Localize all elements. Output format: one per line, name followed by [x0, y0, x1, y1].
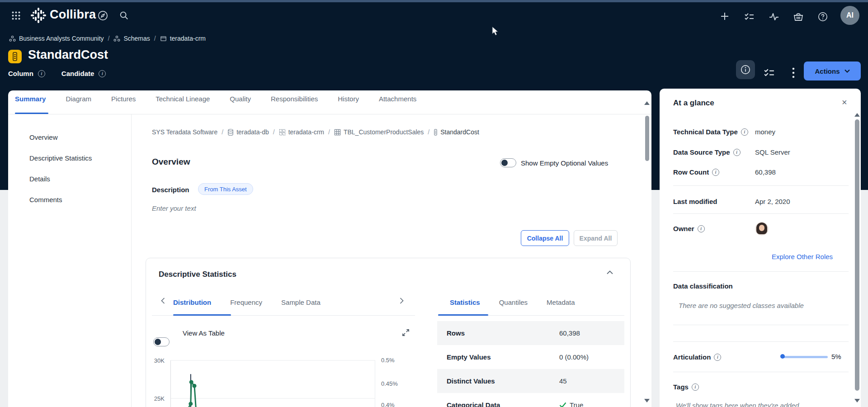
- sidebar-item-details[interactable]: Details: [29, 175, 50, 183]
- column-asset-icon: [8, 50, 22, 63]
- table-row: Empty Values 0 (0.00%): [437, 345, 624, 369]
- table-crumb[interactable]: TBL_CustomerProductSales: [334, 128, 424, 136]
- description-label: Description: [152, 186, 189, 194]
- distribution-chart-svg: [170, 344, 375, 407]
- panel-scrollbar-thumb[interactable]: [855, 119, 859, 391]
- shopping-basket-icon[interactable]: [793, 12, 803, 21]
- y2-axis-tick-045: 0.45%: [381, 380, 398, 387]
- carousel-right-chevron-icon[interactable]: [400, 298, 404, 304]
- schema-icon: [279, 129, 286, 136]
- info-icon[interactable]: i: [714, 354, 721, 361]
- tab-quantiles[interactable]: Quantiles: [499, 298, 528, 306]
- data-classification-empty-text: There are no suggested classes available: [679, 302, 804, 309]
- distribution-underline: [173, 314, 231, 316]
- user-avatar[interactable]: AI: [840, 6, 859, 25]
- tab-technical-lineage[interactable]: Technical Lineage: [156, 95, 210, 109]
- expand-chart-icon[interactable]: [402, 329, 410, 336]
- search-icon[interactable]: [119, 10, 129, 20]
- status-info-icon[interactable]: i: [99, 70, 106, 77]
- asset-tab-bar: Summary Diagram Pictures Technical Linea…: [15, 95, 416, 109]
- tab-pictures[interactable]: Pictures: [111, 95, 136, 109]
- tab-frequency[interactable]: Frequency: [230, 298, 262, 306]
- glance-info-button[interactable]: [736, 60, 755, 79]
- sidebar-item-overview[interactable]: Overview: [29, 133, 58, 141]
- column-crumb[interactable]: StandardCost: [434, 128, 479, 136]
- apps-grid-icon[interactable]: [12, 11, 20, 20]
- divider: [673, 325, 849, 325]
- system-crumb[interactable]: SYS Teradata Software: [152, 128, 217, 136]
- tab-metadata[interactable]: Metadata: [547, 298, 575, 306]
- data-source-type-value: SQL Server: [755, 148, 790, 156]
- collibra-logo-mark[interactable]: [30, 7, 47, 24]
- breadcrumb: Business Analysts Community / Schemas / …: [9, 35, 206, 42]
- content-scrollbar-thumb[interactable]: [645, 116, 649, 161]
- schema-crumb[interactable]: teradata-crm: [279, 128, 324, 136]
- show-empty-toggle[interactable]: [500, 158, 516, 167]
- from-this-asset-badge[interactable]: From This Asset: [198, 183, 253, 195]
- actions-button[interactable]: Actions: [804, 62, 861, 80]
- panel-scroll-down-arrow[interactable]: [854, 399, 860, 402]
- info-icon[interactable]: i: [741, 128, 748, 136]
- info-icon[interactable]: i: [733, 149, 741, 156]
- tasks-button[interactable]: [760, 63, 778, 82]
- tab-diagram[interactable]: Diagram: [66, 95, 91, 109]
- content-scroll-up-arrow[interactable]: [644, 101, 650, 105]
- carousel-left-chevron-icon[interactable]: [161, 298, 165, 304]
- statistics-underline: [438, 314, 488, 316]
- compass-icon[interactable]: [98, 10, 108, 21]
- glance-row-data-source-type: Data Source Typei SQL Server: [673, 148, 849, 156]
- owner-avatar[interactable]: [755, 222, 769, 236]
- sidebar-item-descriptive-statistics[interactable]: Descriptive Statistics: [29, 154, 92, 162]
- tab-quality[interactable]: Quality: [230, 95, 251, 109]
- expand-all-button[interactable]: Expand All: [574, 230, 618, 246]
- stat-label: Categorical Data: [447, 401, 559, 407]
- descriptive-statistics-title: Descriptive Statistics: [159, 270, 236, 279]
- breadcrumb-asset[interactable]: teradata-crm: [160, 35, 206, 42]
- view-as-table-toggle[interactable]: [153, 337, 170, 346]
- tab-attachments[interactable]: Attachments: [379, 95, 416, 109]
- collapse-all-button[interactable]: Collapse All: [521, 230, 569, 246]
- brand-name[interactable]: Collibra: [50, 8, 96, 22]
- sidebar-item-comments[interactable]: Comments: [29, 196, 62, 204]
- y-axis-tick-30k: 30K: [152, 357, 165, 364]
- articulation-progress-bar: [782, 356, 828, 358]
- tasks-checklist-icon[interactable]: [744, 12, 754, 21]
- breadcrumb-community[interactable]: Business Analysts Community: [9, 35, 104, 42]
- collapse-card-chevron-icon[interactable]: [607, 270, 613, 274]
- activity-pulse-icon[interactable]: [769, 12, 779, 21]
- tab-sample-data[interactable]: Sample Data: [281, 298, 321, 306]
- divider: [673, 341, 849, 342]
- explore-other-roles-link[interactable]: Explore Other Roles: [772, 253, 833, 260]
- info-icon[interactable]: i: [692, 383, 699, 391]
- tab-history[interactable]: History: [338, 95, 359, 109]
- tab-distribution[interactable]: Distribution: [173, 298, 211, 306]
- database-crumb[interactable]: teradata-db: [227, 128, 269, 136]
- table-row: Categorical Data True: [437, 393, 624, 407]
- mouse-cursor: [492, 26, 499, 36]
- statistics-table: Rows 60,398 Empty Values 0 (0.00%) Disti…: [437, 321, 624, 407]
- glance-row-owner: Owneri: [673, 225, 849, 236]
- description-placeholder[interactable]: Enter your text: [152, 204, 196, 212]
- asset-meta-row: Column i Candidate i: [8, 70, 106, 77]
- tab-summary[interactable]: Summary: [15, 95, 46, 109]
- domain-icon: [113, 35, 120, 42]
- close-icon[interactable]: ×: [842, 98, 847, 107]
- more-options-kebab-icon[interactable]: [784, 63, 803, 82]
- help-icon[interactable]: [818, 12, 828, 22]
- info-icon[interactable]: i: [712, 169, 719, 176]
- panel-scroll-up-arrow[interactable]: [854, 113, 860, 117]
- table-row: Distinct Values 45: [437, 369, 624, 393]
- stats-tab-group: Statistics Quantiles Metadata: [450, 298, 575, 306]
- glance-row-tags: Tagsi: [673, 383, 849, 391]
- divider: [673, 185, 849, 186]
- stat-value: 45: [559, 377, 567, 385]
- breadcrumb-domain[interactable]: Schemas: [113, 35, 150, 42]
- content-scroll-down-arrow[interactable]: [644, 399, 650, 402]
- type-info-icon[interactable]: i: [38, 70, 45, 77]
- tab-responsibilities[interactable]: Responsibilities: [271, 95, 318, 109]
- info-icon[interactable]: i: [698, 225, 705, 232]
- create-plus-icon[interactable]: [720, 12, 729, 21]
- tab-statistics[interactable]: Statistics: [450, 298, 480, 306]
- overview-heading: Overview: [152, 157, 190, 167]
- stat-label: Empty Values: [447, 353, 559, 361]
